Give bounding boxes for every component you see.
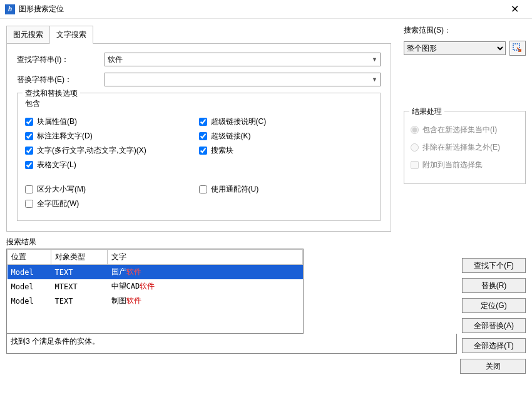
options-title: 查找和替换选项: [23, 88, 80, 99]
col-text[interactable]: 文字: [108, 250, 303, 265]
chk-whole-word-label: 全字匹配(W): [37, 198, 79, 209]
result-handling-group: 结果处理 包含在新选择集当中(I) 排除在新选择集之外(E) 附加到当前选择集: [404, 111, 526, 184]
chevron-down-icon: ▼: [372, 76, 377, 83]
selection-icon: [513, 43, 523, 53]
chk-dim-text-label: 标注注释文字(D): [37, 131, 93, 142]
chk-case[interactable]: [25, 185, 33, 193]
chk-case-label: 区分大小写(M): [37, 184, 86, 195]
chk-hyperlink[interactable]: [199, 132, 207, 140]
close-button[interactable]: 关闭: [460, 359, 526, 374]
chk-text-multi[interactable]: [25, 147, 33, 155]
chk-hyperlink-desc-label: 超级链接说明(C): [211, 116, 267, 127]
chk-block-attr-label: 块属性值(B): [37, 116, 77, 127]
chk-hyperlink-desc[interactable]: [199, 118, 207, 126]
find-input[interactable]: 软件 ▼: [105, 53, 381, 66]
close-icon[interactable]: ✕: [502, 3, 527, 15]
radio-exclude-label: 排除在新选择集之外(E): [422, 142, 500, 153]
tab-primitive-search[interactable]: 图元搜索: [6, 26, 50, 44]
chk-xref-label: 搜索块: [211, 145, 233, 156]
chk-table-text[interactable]: [25, 161, 33, 169]
results-table[interactable]: 位置 对象类型 文字 ModelTEXT国产软件ModelMTEXT中望CAD软…: [6, 249, 304, 334]
radio-include-label: 包含在新选择集当中(I): [422, 125, 497, 135]
chk-hyperlink-label: 超级链接(K): [211, 131, 251, 142]
chk-xref[interactable]: [199, 147, 207, 155]
find-input-text: 软件: [108, 54, 123, 65]
chk-wildcard[interactable]: [199, 185, 207, 193]
results-label: 搜索结果: [6, 237, 526, 247]
find-next-button[interactable]: 查找下个(F): [462, 258, 526, 273]
locate-button[interactable]: 定位(G): [462, 298, 526, 313]
titlebar: h 图形搜索定位 ✕: [0, 0, 532, 19]
table-row[interactable]: ModelTEXT制图软件: [8, 294, 303, 308]
col-type[interactable]: 对象类型: [51, 250, 108, 265]
radio-exclude: [411, 143, 419, 152]
pick-scope-button[interactable]: [509, 41, 526, 56]
chk-append-label: 附加到当前选择集: [422, 160, 483, 170]
options-group: 查找和替换选项 包含 块属性值(B) 标注注释文字(D) 文字(多行文字,动态文…: [17, 93, 381, 221]
chevron-down-icon: ▼: [372, 56, 377, 63]
chk-text-multi-label: 文字(多行文字,动态文字,文字)(X): [37, 145, 146, 156]
replace-button[interactable]: 替换(R): [462, 278, 526, 293]
window-title: 图形搜索定位: [19, 4, 502, 14]
result-handling-title: 结果处理: [409, 106, 444, 117]
replace-all-button[interactable]: 全部替换(A): [462, 318, 526, 333]
chk-wildcard-label: 使用通配符(U): [211, 184, 259, 195]
chk-append: [411, 161, 419, 169]
chk-table-text-label: 表格文字(L): [37, 160, 76, 170]
app-icon: h: [5, 4, 15, 14]
col-position[interactable]: 位置: [8, 250, 51, 265]
tab-strip: 图元搜索 文字搜索: [6, 26, 391, 44]
chk-whole-word[interactable]: [25, 200, 33, 208]
scope-label: 搜索范围(S)：: [404, 25, 526, 36]
tab-text-search[interactable]: 文字搜索: [49, 26, 93, 44]
contain-title: 包含: [25, 98, 372, 109]
status-text: 找到3 个满足条件的实体。: [6, 334, 457, 354]
radio-include: [411, 126, 419, 134]
chk-block-attr[interactable]: [25, 118, 33, 126]
find-label: 查找字符串(I)：: [17, 54, 105, 65]
chk-dim-text[interactable]: [25, 132, 33, 140]
search-panel: 查找字符串(I)： 软件 ▼ 替换字符串(E)： ▼ 查找和替换选项 包含 块: [6, 43, 391, 232]
table-row[interactable]: ModelMTEXT中望CAD软件: [8, 279, 303, 294]
table-row[interactable]: ModelTEXT国产软件: [8, 265, 303, 280]
scope-select[interactable]: 整个图形: [404, 41, 506, 55]
replace-label: 替换字符串(E)：: [17, 75, 105, 85]
select-all-button[interactable]: 全部选择(T): [462, 338, 526, 353]
replace-input[interactable]: ▼: [105, 73, 381, 86]
